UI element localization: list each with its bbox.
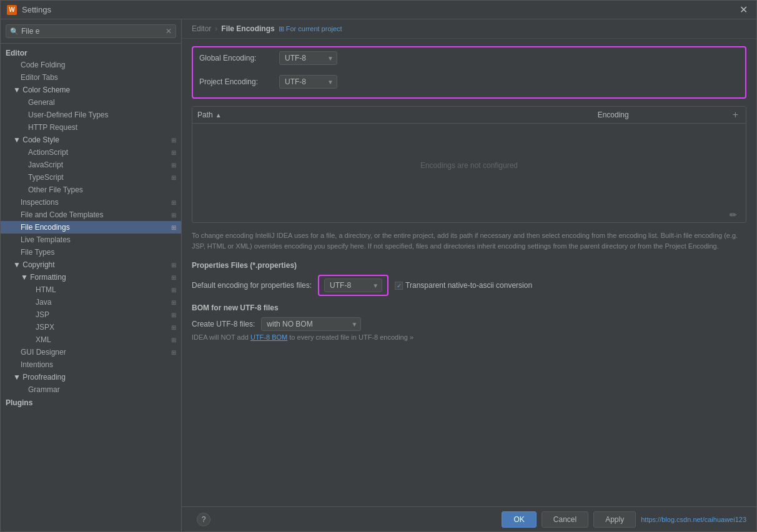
sidebar-item-live-templates[interactable]: Live Templates xyxy=(1,234,181,246)
checkbox-wrapper: ✓ Transparent native-to-ascii conversion xyxy=(395,281,532,290)
sidebar-item-typescript[interactable]: TypeScript ⊞ xyxy=(1,171,181,184)
sidebar-item-label: Other File Types xyxy=(28,185,83,194)
sidebar-item-http-request[interactable]: HTTP Request xyxy=(1,121,181,134)
search-wrapper[interactable]: 🔍 ✕ xyxy=(6,24,176,38)
sidebar-item-general[interactable]: General xyxy=(1,96,181,109)
add-encoding-button[interactable]: + xyxy=(730,109,741,121)
sidebar-item-code-folding[interactable]: Code Folding xyxy=(1,59,181,71)
sidebar-parent-copyright[interactable]: ▼ Copyright ⊞ xyxy=(1,259,181,271)
properties-encoding-box: UTF-8 ISO-8859-1 ▼ xyxy=(318,275,388,296)
table-empty-message: Encodings are not configured xyxy=(192,124,746,207)
breadcrumb-editor: Editor xyxy=(192,24,211,33)
info-text: To change encoding IntelliJ IDEA uses fo… xyxy=(192,230,746,251)
encoding-table: Path ▲ Encoding + Encodings are not conf… xyxy=(192,106,746,223)
sidebar-parent-label: ▼ Proofreading xyxy=(13,373,66,382)
page-icon: ⊞ xyxy=(171,174,176,181)
sidebar-item-intentions[interactable]: Intentions xyxy=(1,358,181,371)
project-encoding-select[interactable]: UTF-8 ISO-8859-1 GBK xyxy=(279,75,337,89)
sidebar-parent-proofreading[interactable]: ▼ Proofreading xyxy=(1,371,181,383)
sidebar-item-jspx[interactable]: JSPX ⊞ xyxy=(1,321,181,333)
search-icon: 🔍 xyxy=(10,27,19,36)
main-content: Global Encoding: UTF-8 ISO-8859-1 GBK ▼ … xyxy=(182,39,756,506)
sidebar-item-html[interactable]: HTML ⊞ xyxy=(1,283,181,296)
sidebar-item-editor-tabs[interactable]: Editor Tabs xyxy=(1,71,181,84)
bom-info: IDEA will NOT add UTF-8 BOM to every cre… xyxy=(192,333,746,341)
edit-icon[interactable]: ✏ xyxy=(726,209,741,221)
project-encoding-row: Project Encoding: UTF-8 ISO-8859-1 GBK ▼ xyxy=(199,75,739,89)
sidebar-parent-label: ▼ Code Style xyxy=(13,135,59,144)
page-icon: ⊞ xyxy=(171,337,176,343)
search-input[interactable] xyxy=(21,27,166,36)
sidebar-parent-formatting[interactable]: ▼ Formatting ⊞ xyxy=(1,271,181,283)
sidebar-item-file-types[interactable]: File Types xyxy=(1,246,181,259)
sidebar-item-label: Intentions xyxy=(21,360,53,369)
sidebar-item-java[interactable]: Java ⊞ xyxy=(1,296,181,308)
sidebar-item-actionscript[interactable]: ActionScript ⊞ xyxy=(1,146,181,159)
cancel-button[interactable]: Cancel xyxy=(542,511,588,528)
sidebar-item-label: File and Code Templates xyxy=(21,210,104,219)
apply-button[interactable]: Apply xyxy=(593,511,636,528)
checkbox-label: Transparent native-to-ascii conversion xyxy=(405,281,532,290)
table-header-left: Path ▲ xyxy=(197,111,222,119)
close-button[interactable]: ✕ xyxy=(737,4,750,16)
page-icon: ⊞ xyxy=(171,212,176,219)
table-header: Path ▲ Encoding + xyxy=(192,107,746,124)
sidebar-parent-label: ▼ Copyright xyxy=(13,260,55,269)
sidebar-section-plugins[interactable]: Plugins xyxy=(1,396,181,408)
page-icon: ⊞ xyxy=(171,312,176,318)
transparent-checkbox[interactable]: ✓ xyxy=(395,282,403,290)
page-icon: ⊞ xyxy=(171,324,176,331)
breadcrumb: Editor › File Encodings ⊞ For current pr… xyxy=(182,19,756,39)
global-encoding-select-wrapper: UTF-8 ISO-8859-1 GBK ▼ xyxy=(279,51,337,65)
sidebar-item-label: Code Folding xyxy=(21,61,65,69)
sidebar-item-xml[interactable]: XML ⊞ xyxy=(1,333,181,346)
bom-select[interactable]: with NO BOM with BOM xyxy=(261,317,361,331)
footer: ? OK Cancel Apply https://blog.csdn.net/… xyxy=(182,506,756,531)
breadcrumb-current: File Encodings xyxy=(221,24,274,33)
sidebar-parent-code-style[interactable]: ▼ Code Style ⊞ xyxy=(1,134,181,146)
sidebar-section-editor[interactable]: Editor xyxy=(1,46,181,59)
col-encoding-label: Encoding xyxy=(598,111,723,119)
ok-button[interactable]: OK xyxy=(502,511,536,528)
sidebar: 🔍 ✕ Editor Code Folding Editor Tabs ▼ Co… xyxy=(1,19,182,531)
sidebar-item-javascript[interactable]: JavaScript ⊞ xyxy=(1,159,181,171)
sidebar-item-label: HTTP Request xyxy=(28,123,77,132)
sidebar-item-other-file-types[interactable]: Other File Types xyxy=(1,184,181,196)
sidebar-parent-color-scheme[interactable]: ▼ Color Scheme xyxy=(1,84,181,96)
col-path-label: Path xyxy=(197,111,213,119)
sidebar-item-label: File Encodings xyxy=(21,223,70,232)
properties-title: Properties Files (*.properties) xyxy=(192,261,746,270)
sidebar-item-gui-designer[interactable]: GUI Designer ⊞ xyxy=(1,346,181,358)
sidebar-item-label: Inspections xyxy=(21,198,59,207)
sidebar-item-label: XML xyxy=(36,335,51,344)
search-bar: 🔍 ✕ xyxy=(1,19,181,44)
sidebar-item-jsp[interactable]: JSP ⊞ xyxy=(1,308,181,321)
global-encoding-select[interactable]: UTF-8 ISO-8859-1 GBK xyxy=(279,51,337,65)
help-button[interactable]: ? xyxy=(197,513,210,526)
sidebar-item-file-encodings[interactable]: File Encodings ⊞ xyxy=(1,221,181,234)
bom-link[interactable]: UTF-8 BOM xyxy=(250,333,287,341)
global-encoding-label: Global Encoding: xyxy=(199,54,274,62)
sidebar-item-label: JSPX xyxy=(36,323,54,332)
page-icon: ⊞ xyxy=(171,224,176,231)
sidebar-item-label: User-Defined File Types xyxy=(28,111,109,119)
sidebar-item-label: GUI Designer xyxy=(21,348,66,357)
sidebar-item-label: Editor Tabs xyxy=(21,73,58,82)
properties-encoding-wrapper: UTF-8 ISO-8859-1 ▼ xyxy=(324,278,382,292)
sidebar-item-inspections[interactable]: Inspections ⊞ xyxy=(1,196,181,209)
bom-row: Create UTF-8 files: with NO BOM with BOM… xyxy=(192,317,746,331)
sidebar-item-user-defined[interactable]: User-Defined File Types xyxy=(1,109,181,121)
clear-search-button[interactable]: ✕ xyxy=(166,27,172,36)
project-encoding-label: Project Encoding: xyxy=(199,77,274,86)
properties-encoding-select[interactable]: UTF-8 ISO-8859-1 xyxy=(324,278,382,292)
breadcrumb-arrow: › xyxy=(215,24,217,33)
sidebar-item-label: JSP xyxy=(36,310,49,319)
main-content-area: 🔍 ✕ Editor Code Folding Editor Tabs ▼ Co… xyxy=(1,19,756,531)
breadcrumb-project-link[interactable]: ⊞ For current project xyxy=(279,25,342,33)
sidebar-item-file-code-templates[interactable]: File and Code Templates ⊞ xyxy=(1,209,181,221)
sidebar-item-label: General xyxy=(28,98,55,107)
page-icon: ⊞ xyxy=(171,349,176,356)
sidebar-item-label: HTML xyxy=(36,285,56,294)
bom-section: BOM for new UTF-8 files Create UTF-8 fil… xyxy=(192,303,746,341)
sidebar-item-grammar[interactable]: Grammar xyxy=(1,383,181,396)
